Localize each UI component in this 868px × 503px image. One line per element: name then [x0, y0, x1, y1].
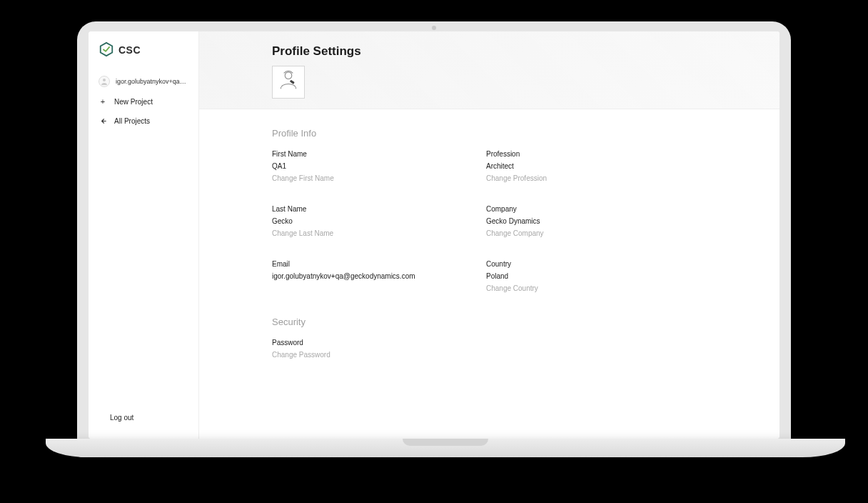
page-header: Profile Settings: [199, 31, 779, 109]
svg-point-1: [103, 79, 106, 81]
sidebar: CSC igor.golubyatnykov+qa@geck… + New Pr…: [89, 31, 199, 439]
page-title: Profile Settings: [272, 44, 760, 59]
field-label: Company: [486, 204, 672, 214]
camera-dot: [432, 26, 436, 30]
field-label: Country: [486, 259, 672, 269]
change-password-link[interactable]: Change Password: [272, 349, 672, 360]
field-value: igor.golubyatnykov+qa@geckodynamics.com: [272, 271, 458, 282]
field-profession: Profession Architect Change Profession: [486, 149, 672, 184]
sidebar-item-label: New Project: [114, 98, 153, 106]
svg-point-2: [285, 72, 292, 79]
svg-rect-3: [290, 80, 295, 84]
logout-label: Log out: [110, 414, 133, 422]
laptop-frame: CSC igor.golubyatnykov+qa@geck… + New Pr…: [77, 21, 791, 457]
sidebar-item-label: All Projects: [114, 117, 150, 125]
field-last-name: Last Name Gecko Change Last Name: [272, 204, 458, 239]
back-arrow-icon: [99, 117, 107, 125]
logo-icon: [99, 41, 114, 59]
logout-link[interactable]: Log out: [89, 407, 198, 429]
change-country-link[interactable]: Change Country: [486, 283, 672, 294]
main-area: Profile Settings Profile Info: [199, 31, 779, 439]
field-label: Profession: [486, 149, 672, 159]
change-last-name-link[interactable]: Change Last Name: [272, 228, 458, 239]
field-value: Gecko: [272, 216, 458, 226]
app-screen: CSC igor.golubyatnykov+qa@geck… + New Pr…: [89, 31, 779, 439]
svg-marker-0: [101, 43, 113, 56]
field-country: Country Poland Change Country: [486, 259, 672, 294]
field-first-name: First Name QA1 Change First Name: [272, 149, 458, 184]
field-value: QA1: [272, 161, 458, 171]
brand-logo[interactable]: CSC: [89, 41, 198, 71]
sidebar-spacer: [89, 131, 198, 407]
brand-name: CSC: [118, 44, 141, 56]
sidebar-item-all-projects[interactable]: All Projects: [89, 111, 198, 131]
profile-fields-grid: First Name QA1 Change First Name Profess…: [272, 149, 672, 294]
sidebar-item-new-project[interactable]: + New Project: [89, 91, 198, 111]
field-label: Password: [272, 337, 672, 348]
profile-info-heading: Profile Info: [272, 128, 737, 139]
profile-avatar[interactable]: [272, 66, 305, 99]
laptop-notch: [403, 439, 488, 446]
change-profession-link[interactable]: Change Profession: [486, 173, 672, 184]
plus-icon: +: [99, 97, 107, 106]
field-label: First Name: [272, 149, 458, 159]
field-label: Last Name: [272, 204, 458, 214]
security-heading: Security: [272, 317, 737, 327]
field-label: Email: [272, 259, 458, 269]
sidebar-user-email: igor.golubyatnykov+qa@geck…: [116, 78, 188, 85]
change-first-name-link[interactable]: Change First Name: [272, 173, 458, 184]
field-value: Architect: [486, 161, 672, 171]
avatar-placeholder-icon: [276, 68, 301, 96]
field-value: Gecko Dynamics: [486, 216, 672, 226]
laptop-base: [46, 439, 845, 457]
sidebar-user[interactable]: igor.golubyatnykov+qa@geck…: [89, 71, 198, 91]
security-fields: Password Change Password: [272, 337, 672, 360]
field-company: Company Gecko Dynamics Change Company: [486, 204, 672, 239]
content-area: Profile Info First Name QA1 Change First…: [199, 109, 779, 389]
user-avatar-icon: [99, 76, 110, 87]
field-password: Password Change Password: [272, 337, 672, 360]
change-company-link[interactable]: Change Company: [486, 228, 672, 239]
field-value: Poland: [486, 271, 672, 282]
field-email: Email igor.golubyatnykov+qa@geckodynamic…: [272, 259, 458, 294]
